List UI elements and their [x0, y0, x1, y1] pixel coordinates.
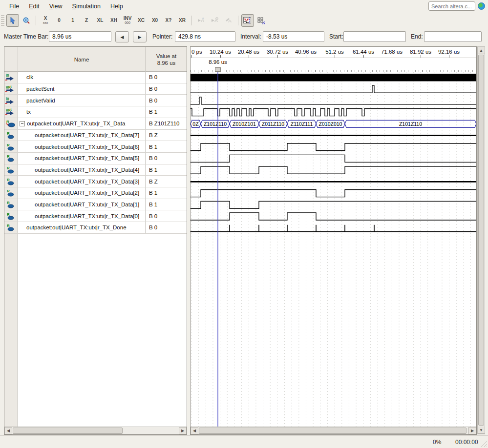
svg-text:Z011Z110: Z011Z110 [262, 121, 284, 127]
waveform-editor-icon[interactable] [241, 14, 254, 27]
signal-row-4[interactable]: outtxB 1 [4, 106, 187, 118]
axis-tick [363, 55, 364, 58]
zoom-tool[interactable] [20, 14, 33, 27]
in-port-icon: in [4, 95, 18, 106]
axis-tick [277, 55, 278, 58]
waveform-vertical-scrollbar[interactable]: ▲ ▼ [477, 46, 485, 434]
signal-row-10[interactable]: Routpacket:out|UART_TX:utx|r_TX_Data[3]B… [4, 176, 187, 187]
forcing-unknown-tool[interactable]: Xxxx [39, 14, 52, 27]
signal-name: outpacket:out|UART_TX:utx|r_TX_Data[3] [18, 176, 146, 187]
forcing-high-impedance-tool[interactable]: Z [80, 14, 93, 27]
signal-row-5[interactable]: Routpacket:out|UART_TX:utx|r_TX_DataB Z1… [4, 118, 187, 130]
pointer-input[interactable] [175, 31, 235, 42]
axis-tick-label: 61.44 us [353, 49, 374, 55]
rgroup-port-icon: R [4, 118, 18, 129]
signal-row-2[interactable]: outpacketSentB 0 [4, 83, 187, 95]
signal-name: outpacket:out|UART_TX:utx|r_TX_Data[0] [18, 210, 146, 222]
interval-input[interactable] [263, 31, 324, 42]
svg-text:Z101Z110: Z101Z110 [204, 121, 227, 127]
generate-testbench-icon[interactable] [222, 14, 235, 27]
signal-row-13[interactable]: Routpacket:out|UART_TX:utx|r_TX_Data[0]B… [4, 210, 187, 222]
menu-simulation[interactable]: Simulation [68, 1, 105, 11]
axis-tick [306, 55, 306, 58]
time-bar-left-button[interactable]: ◀ [115, 31, 129, 42]
waveform-pane: 0 ps10.24 us20.48 us30.72 us40.96 us51.2… [190, 46, 477, 435]
signal-row-1[interactable]: inclkB 0 [4, 72, 187, 83]
scroll-up-icon[interactable]: ▲ [478, 47, 485, 54]
overwrite-low-tool[interactable]: XL [94, 14, 106, 27]
menu-file[interactable]: File [5, 1, 23, 11]
svg-text:R: R [6, 120, 9, 124]
master-time-bar-input[interactable] [49, 31, 111, 42]
count-value-tool[interactable]: XC [135, 14, 148, 27]
signal-row-3[interactable]: inpacketValidB 0 [4, 95, 187, 106]
signal-value: B 0 [146, 83, 187, 95]
scroll-right-icon[interactable]: ▶ [468, 427, 476, 434]
axis-tick [392, 55, 392, 58]
selection-tool[interactable] [6, 14, 19, 27]
interval-label: Interval: [240, 33, 261, 40]
start-input[interactable] [343, 31, 406, 42]
master-time-bar-handle[interactable] [215, 67, 221, 72]
pattern-generator-icon[interactable] [255, 14, 268, 27]
table-horizontal-scrollbar[interactable]: ◀ ▶ [4, 427, 187, 434]
toolbar-grip[interactable] [1, 15, 4, 26]
signal-row-14[interactable]: Routpacket:out|UART_TX:utx|r_TX_DoneB 0 [4, 222, 187, 234]
waveform-canvas[interactable]: 0ZZ101Z110Z010Z101Z011Z110Z110Z111Z010Z0… [191, 72, 476, 427]
scrollbar-thumb[interactable] [13, 428, 123, 434]
signal-row-9[interactable]: Routpacket:out|UART_TX:utx|r_TX_Data[4]B… [4, 164, 187, 176]
elapsed-time: 00:00:00 [455, 439, 478, 446]
svg-text:R: R [7, 131, 10, 136]
scroll-left-icon[interactable]: ◀ [4, 427, 12, 434]
svg-text:0Z: 0Z [192, 121, 199, 127]
r-port-icon: R [4, 187, 18, 199]
search-input[interactable] [428, 1, 475, 11]
axis-tick [249, 55, 249, 58]
menu-edit[interactable]: Edit [24, 1, 44, 11]
svg-text:Z010Z101: Z010Z101 [233, 121, 256, 127]
name-column-header[interactable]: Name [18, 47, 146, 72]
menu-help[interactable]: Help [106, 1, 127, 11]
master-time-bar-value: 8.96 us [209, 59, 227, 65]
r-port-icon: R [4, 222, 18, 233]
toolbar: Xxxx01ZXLXHINV000XCX0X?XR [0, 13, 488, 28]
forcing-low-tool[interactable]: 0 [53, 14, 65, 27]
svg-text:Z101Z110: Z101Z110 [399, 121, 422, 127]
scrollbar-thumb[interactable] [199, 428, 467, 434]
signal-row-7[interactable]: Routpacket:out|UART_TX:utx|r_TX_Data[6]B… [4, 141, 187, 153]
collapse-expander[interactable] [20, 121, 25, 126]
signal-value: B 0 [146, 95, 187, 106]
quartus-waveform-window: FileEditViewSimulationHelp Xxxx01ZXLXHIN… [0, 0, 488, 448]
arbitrary-value-tool[interactable]: XR [176, 14, 189, 27]
waveform-horizontal-scrollbar[interactable]: ◀ ▶ [191, 427, 476, 434]
time-bar-right-button[interactable]: ▶ [133, 31, 147, 42]
signal-name: packetSent [18, 83, 146, 95]
signal-value: B Z [146, 130, 187, 141]
pointer-label: Pointer: [152, 33, 172, 40]
axis-tick-label: 10.24 us [210, 49, 231, 55]
master-time-bar-strip[interactable]: 8.96 us [191, 58, 476, 72]
signal-row-8[interactable]: Routpacket:out|UART_TX:utx|r_TX_Data[5]B… [4, 153, 187, 164]
svg-text:R: R [7, 166, 10, 170]
end-input[interactable] [424, 31, 482, 42]
signal-row-6[interactable]: Routpacket:out|UART_TX:utx|r_TX_Data[7]B… [4, 130, 187, 142]
forcing-high-tool[interactable]: 1 [66, 14, 79, 27]
overwrite-clock-tool[interactable]: X0 [149, 14, 161, 27]
scroll-left-icon[interactable]: ◀ [191, 427, 198, 434]
scroll-down-icon[interactable]: ▼ [478, 427, 485, 434]
value-column-header[interactable]: Value at 8.96 us [146, 47, 187, 72]
run-functional-simulation-icon[interactable] [195, 14, 208, 27]
scroll-right-icon[interactable]: ▶ [179, 427, 187, 434]
signal-value: B 0 [146, 210, 187, 222]
axis-tick-label: 71.68 us [381, 49, 403, 55]
signal-row-12[interactable]: Routpacket:out|UART_TX:utx|r_TX_Data[1]B… [4, 199, 187, 211]
signal-row-11[interactable]: Routpacket:out|UART_TX:utx|r_TX_Data[2]B… [4, 187, 187, 199]
run-timing-simulation-icon[interactable] [209, 14, 221, 27]
scrollbar-thumb[interactable] [478, 55, 484, 426]
random-values-tool[interactable]: X? [162, 14, 175, 27]
resize-grip-icon[interactable] [480, 440, 487, 447]
time-controls: Master Time Bar: ◀ ▶ Pointer: Interval: … [0, 28, 488, 46]
menu-view[interactable]: View [45, 1, 67, 11]
overwrite-high-tool[interactable]: XH [107, 14, 120, 27]
invert-tool[interactable]: INV000 [121, 14, 134, 27]
